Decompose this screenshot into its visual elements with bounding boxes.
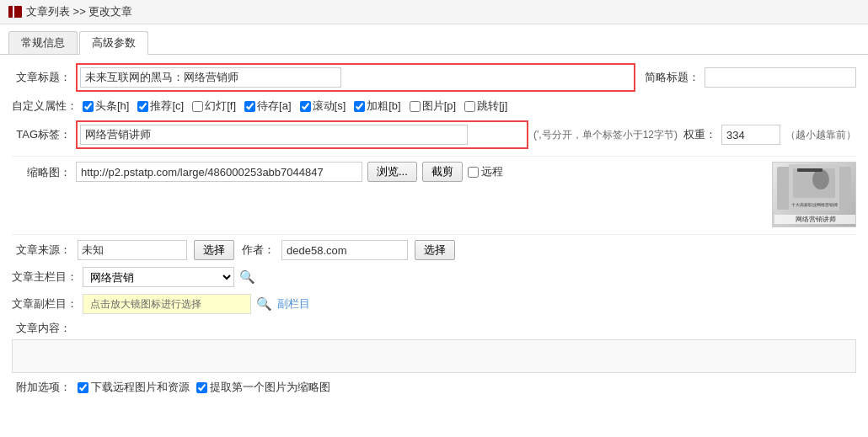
thumbnail-image: 网络营销讲师 十大高薪职业网络营销师 <box>773 163 855 226</box>
slug-label: 简略标题： <box>640 70 699 85</box>
attr-bold-checkbox[interactable] <box>354 101 365 112</box>
source-label: 文章来源： <box>12 242 71 258</box>
breadcrumb: 文章列表 >> 更改文章 <box>26 4 132 19</box>
article-title-label: 文章标题： <box>12 70 71 85</box>
slug-input[interactable] <box>705 67 856 88</box>
extract-image-label[interactable]: 提取第一个图片为缩略图 <box>196 380 330 395</box>
download-remote-text: 下载远程图片和资源 <box>91 380 190 395</box>
content-editor-area[interactable] <box>12 339 856 373</box>
attr-recommend-label: 推荐[c] <box>150 99 184 114</box>
attr-redirect-checkbox[interactable] <box>464 101 475 112</box>
attr-pending[interactable]: 待存[a] <box>244 99 291 114</box>
source-input[interactable] <box>78 240 187 260</box>
weight-hint: （越小越靠前） <box>785 128 856 142</box>
tag-highlight-box <box>76 120 528 149</box>
article-title-input[interactable] <box>80 67 341 88</box>
svg-point-2 <box>812 169 829 189</box>
title-highlight-box <box>76 63 635 92</box>
main-category-select[interactable]: 网络营销 <box>83 267 234 287</box>
browse-button[interactable]: 浏览... <box>367 162 417 182</box>
attr-scroll-label: 滚动[s] <box>313 99 346 114</box>
sub-category-magnifier-icon[interactable]: 🔍 <box>256 296 272 312</box>
extract-image-text: 提取第一个图片为缩略图 <box>210 380 330 395</box>
weight-label: 权重： <box>683 127 716 142</box>
thumbnail-preview: 网络营销讲师 十大高薪职业网络营销师 <box>772 162 856 227</box>
attr-headline[interactable]: 头条[h] <box>83 99 129 114</box>
thumb-label: 网络营销讲师 <box>774 215 856 224</box>
content-area: 文章标题： 简略标题： 自定义属性： 头条[h] 推荐[c] <box>0 55 868 403</box>
author-select-button[interactable]: 选择 <box>415 240 455 260</box>
attr-bold[interactable]: 加粗[b] <box>354 99 400 114</box>
main-category-row: 文章主栏目： 网络营销 🔍 <box>12 267 856 287</box>
download-remote-label[interactable]: 下载远程图片和资源 <box>78 380 190 395</box>
attr-bold-label: 加粗[b] <box>367 99 400 114</box>
attributes-label: 自定义属性： <box>12 99 78 114</box>
svg-rect-3 <box>797 168 822 172</box>
attr-headline-label: 头条[h] <box>95 99 129 114</box>
remote-checkbox[interactable] <box>468 167 479 178</box>
tab-advanced[interactable]: 高级参数 <box>79 31 148 55</box>
content-label: 文章内容： <box>12 321 71 336</box>
addon-label: 附加选项： <box>12 380 71 395</box>
attr-redirect[interactable]: 跳转[j] <box>464 99 507 114</box>
attr-slideshow-checkbox[interactable] <box>192 101 203 112</box>
source-select-button[interactable]: 选择 <box>194 240 234 260</box>
thumbnail-label: 缩略图： <box>12 165 71 180</box>
attr-picture-checkbox[interactable] <box>410 101 421 112</box>
attributes-list: 头条[h] 推荐[c] 幻灯[f] 待存[a] 滚动[s] <box>83 99 507 114</box>
tag-input[interactable] <box>80 125 468 145</box>
attr-recommend-checkbox[interactable] <box>137 101 148 112</box>
tab-general[interactable]: 常规信息 <box>8 31 78 54</box>
attr-slideshow-label: 幻灯[f] <box>205 99 236 114</box>
attr-recommend[interactable]: 推荐[c] <box>137 99 184 114</box>
attributes-row: 自定义属性： 头条[h] 推荐[c] 幻灯[f] 待存[a] <box>12 99 856 114</box>
sub-category-label: 文章副栏目： <box>12 296 78 312</box>
main-category-label: 文章主栏目： <box>12 269 78 285</box>
sub-category-placeholder: 点击放大镜图标进行选择 <box>83 294 251 314</box>
divider-1 <box>12 156 856 157</box>
thumb-svg: 十大高薪职业网络营销师 <box>789 164 839 211</box>
top-bar: 文章列表 >> 更改文章 <box>0 0 868 24</box>
tabs-bar: 常规信息 高级参数 <box>0 24 868 55</box>
attr-scroll[interactable]: 滚动[s] <box>300 99 346 114</box>
thumbnail-url-input[interactable] <box>76 162 362 182</box>
remote-label[interactable]: 远程 <box>468 164 503 179</box>
page-wrapper: 文章列表 >> 更改文章 常规信息 高级参数 文章标题： 简略标题： 自定义属性… <box>0 0 868 437</box>
sub-category-link[interactable]: 副栏目 <box>277 296 310 312</box>
attr-headline-checkbox[interactable] <box>83 101 94 112</box>
thumbnail-row: 缩略图： 浏览... 截剪 远程 网络营销讲师 <box>12 162 856 227</box>
source-author-row: 文章来源： 选择 作者： 选择 <box>12 240 856 260</box>
article-title-row: 文章标题： 简略标题： <box>12 63 856 92</box>
book-icon <box>8 6 22 18</box>
thumbnail-left: 浏览... 截剪 远程 <box>76 162 760 182</box>
divider-2 <box>12 234 856 235</box>
attr-scroll-checkbox[interactable] <box>300 101 311 112</box>
attr-slideshow[interactable]: 幻灯[f] <box>192 99 236 114</box>
attr-redirect-label: 跳转[j] <box>477 99 507 114</box>
addon-row: 附加选项： 下载远程图片和资源 提取第一个图片为缩略图 <box>12 380 856 395</box>
sub-category-row: 文章副栏目： 点击放大镜图标进行选择 🔍 副栏目 <box>12 294 856 314</box>
content-label-row: 文章内容： <box>12 321 856 336</box>
weight-input[interactable] <box>721 125 780 145</box>
tag-row: TAG标签： (',号分开，单个标签小于12字节) 权重： （越小越靠前） <box>12 120 856 149</box>
tag-label: TAG标签： <box>12 127 71 142</box>
attr-pending-label: 待存[a] <box>257 99 291 114</box>
attr-picture-label: 图片[p] <box>422 99 456 114</box>
remote-text: 远程 <box>481 164 503 179</box>
tag-hint: (',号分开，单个标签小于12字节) <box>533 128 678 142</box>
svg-text:十大高薪职业网络营销师: 十大高薪职业网络营销师 <box>791 202 838 207</box>
attr-pending-checkbox[interactable] <box>244 101 255 112</box>
author-label: 作者： <box>241 242 275 258</box>
download-remote-checkbox[interactable] <box>78 382 88 393</box>
crop-button[interactable]: 截剪 <box>422 162 463 182</box>
main-category-magnifier-icon[interactable]: 🔍 <box>239 269 255 285</box>
author-input[interactable] <box>281 240 408 260</box>
attr-picture[interactable]: 图片[p] <box>410 99 456 114</box>
extract-image-checkbox[interactable] <box>196 382 207 393</box>
